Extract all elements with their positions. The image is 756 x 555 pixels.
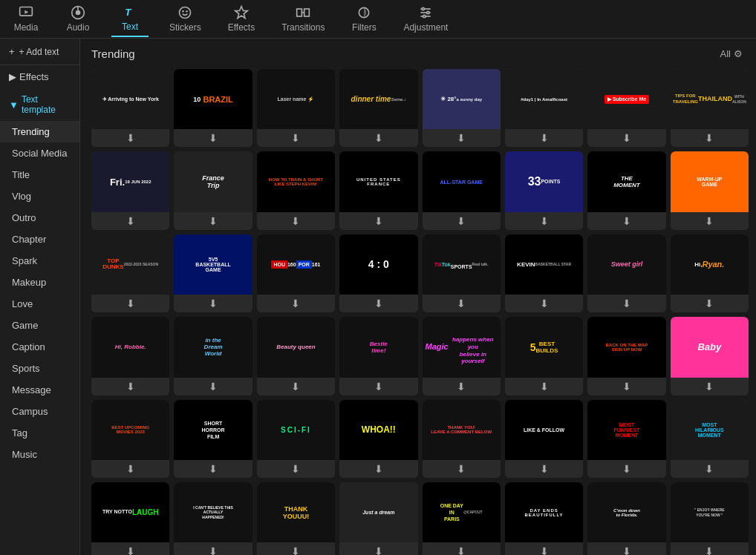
download-icon: ⬇ <box>374 381 383 393</box>
chevron-down-icon: ▼ <box>9 99 19 111</box>
sidebar-makeup-label: Makeup <box>12 277 46 288</box>
nav-transitions[interactable]: Transitions <box>276 1 330 36</box>
nav-filters[interactable]: Filters <box>345 1 382 36</box>
template-hou[interactable]: HOU 160POR 161 ⬇ <box>257 234 335 312</box>
template-day1[interactable]: #day1 | In Amalficoast ⬇ <box>505 69 583 147</box>
template-thankyou[interactable]: THANK YOU!LEAVE A COMMENT BELOW ⬇ <box>423 400 501 478</box>
download-icon: ⬇ <box>457 215 466 227</box>
template-enjoywhere[interactable]: " ENJOY WHEREYOU'RE NOW " ⬇ <box>671 482 749 555</box>
template-dinner[interactable]: dinner timeSeine.♪ ⬇ <box>339 69 417 147</box>
template-likefollow[interactable]: LIKE & FOLLOW ⬇ <box>505 400 583 478</box>
nav-text[interactable]: T Text <box>111 1 149 37</box>
template-tiktok[interactable]: TikTokSPORTSReal talk. ⬇ <box>423 234 501 312</box>
template-dreamworld[interactable]: in theDreamWorld ⬇ <box>174 317 252 395</box>
download-icon: ⬇ <box>705 132 714 144</box>
nav-stickers[interactable]: Stickers <box>163 1 207 36</box>
section-header: Trending All ⚙ <box>91 46 749 62</box>
sidebar-spark[interactable]: Spark <box>0 250 79 272</box>
template-hirobbie[interactable]: Hi, Robbie. ⬇ <box>91 317 169 395</box>
add-text-button[interactable]: + + Add text <box>0 39 79 65</box>
download-icon: ⬇ <box>457 463 466 475</box>
svg-point-6 <box>180 7 191 19</box>
template-brazil[interactable]: 10 BRAZIL ⬇ <box>174 69 252 147</box>
sidebar-vlog-label: Vlog <box>12 191 31 202</box>
nav-media[interactable]: Media <box>7 1 45 36</box>
sidebar-game-label: Game <box>12 320 38 331</box>
template-score[interactable]: 4 : 0 ⬇ <box>339 234 417 312</box>
sidebar-message-label: Message <box>12 384 51 395</box>
template-33[interactable]: 33POINTS ⬇ <box>505 151 583 229</box>
download-icon: ⬇ <box>705 215 714 227</box>
template-5v5[interactable]: 5V5BASKETBALLGAME ⬇ <box>174 234 252 312</box>
template-howto[interactable]: HOW TO TRAIN & SHORTLIKE STEPH KEVIN! ⬇ <box>257 151 335 229</box>
sidebar-vlog[interactable]: Vlog <box>0 185 79 207</box>
download-icon: ⬇ <box>622 463 631 475</box>
template-justadream[interactable]: Just a dream ⬇ <box>339 482 417 555</box>
nav-effects[interactable]: Effects <box>222 1 261 36</box>
sidebar-outro[interactable]: Outro <box>0 207 79 229</box>
template-beautyqueen[interactable]: Beauty queen ⬇ <box>257 317 335 395</box>
sidebar-love[interactable]: Love <box>0 293 79 315</box>
template-fri[interactable]: Fri.19 JUN 2022 ⬇ <box>91 151 169 229</box>
template-shorthorror[interactable]: SHORTHORRORFILM ⬇ <box>174 400 252 478</box>
template-arriving[interactable]: ✈ Arriving to New York ⬇ <box>91 69 169 147</box>
template-topdunks[interactable]: TOPDUNKS2022-2023 SEASON ⬇ <box>91 234 169 312</box>
template-thankyouuu[interactable]: THANKYOUUU! ⬇ <box>257 482 335 555</box>
sidebar-sports[interactable]: Sports <box>0 358 79 379</box>
template-oneday[interactable]: ONE DAYINPARIS@CAPCUT ⬇ <box>423 482 501 555</box>
template-mosthilarious[interactable]: MOSTHILARIOUSMOMENT ⬇ <box>671 400 749 478</box>
template-scifi[interactable]: SCI-FI ⬇ <box>257 400 335 478</box>
template-icantbelieve[interactable]: I CAN'T BELIEVE THISACTUALLYHAPPENED! ⬇ <box>174 482 252 555</box>
download-icon: ⬇ <box>622 381 631 393</box>
filter-label: All <box>720 48 731 59</box>
sidebar-caption[interactable]: Caption <box>0 336 79 358</box>
template-laser[interactable]: Laser name ⚡ ⬇ <box>257 69 335 147</box>
template-mostfunny[interactable]: MOSTFUNNIESTMOMENT ⬇ <box>587 400 665 478</box>
template-28deg[interactable]: ☀ 28°a sunny day ⬇ <box>423 69 501 147</box>
template-united[interactable]: UNITED STATESFRANCE ⬇ <box>339 151 417 229</box>
template-signup[interactable]: BACK ON THE MAPSIGN UP NOW ⬇ <box>587 317 665 395</box>
sidebar-title[interactable]: Title <box>0 164 79 185</box>
nav-effects-label: Effects <box>228 22 255 33</box>
template-moment[interactable]: THEMOMENT ⬇ <box>587 151 665 229</box>
sidebar-makeup[interactable]: Makeup <box>0 272 79 293</box>
sidebar-social-media[interactable]: Social Media <box>0 142 79 164</box>
sidebar-chapter[interactable]: Chapter <box>0 229 79 250</box>
sidebar-caption-label: Caption <box>12 341 45 352</box>
template-cmon[interactable]: C'mon downto Florida. ⬇ <box>587 482 665 555</box>
template-allstar[interactable]: ALL-STAR GAME ⬇ <box>423 151 501 229</box>
chevron-right-icon: ▶ <box>9 71 16 82</box>
template-baby[interactable]: Baby ⬇ <box>671 317 749 395</box>
sidebar-spark-label: Spark <box>12 255 37 266</box>
template-thailand[interactable]: TIPS FORTRAVELINGTHAILANDwith Alison ⬇ <box>671 69 749 147</box>
template-warmup[interactable]: WARM-UPGAME ⬇ <box>671 151 749 229</box>
filter-button[interactable]: All ⚙ <box>714 46 749 62</box>
template-hiryan[interactable]: Hi, Ryan. ⬇ <box>671 234 749 312</box>
sidebar-tag[interactable]: Tag <box>0 422 79 444</box>
sidebar-trending[interactable]: Trending <box>0 121 79 142</box>
template-whoa[interactable]: WHOA!! ⬇ <box>339 400 417 478</box>
sidebar-effects[interactable]: ▶ Effects <box>0 65 79 88</box>
template-bestmovies[interactable]: BEST UPCOMINGMOVIES 2023 ⬇ <box>91 400 169 478</box>
svg-point-7 <box>183 10 185 12</box>
download-icon: ⬇ <box>622 215 631 227</box>
template-france[interactable]: FranceTrip ⬇ <box>174 151 252 229</box>
nav-adjustment[interactable]: Adjustment <box>397 1 454 36</box>
template-bestie[interactable]: Bestietime! ⬇ <box>339 317 417 395</box>
template-magic[interactable]: Magichappens when youbelieve in yourself… <box>423 317 501 395</box>
main-layout: + + Add text ▶ Effects ▼ Text template T… <box>0 39 756 555</box>
template-kevin[interactable]: KEVINBASKETBALL STAR ⬇ <box>505 234 583 312</box>
template-sweetgirl[interactable]: Sweet girl ⬇ <box>587 234 665 312</box>
sidebar-text-template[interactable]: ▼ Text template <box>0 88 79 121</box>
template-subscribe[interactable]: ▶ Subscribe Me ⬇ <box>587 69 665 147</box>
sidebar-campus[interactable]: Campus <box>0 401 79 422</box>
template-5best[interactable]: 5 BESTBUILDS ⬇ <box>505 317 583 395</box>
sidebar-message[interactable]: Message <box>0 379 79 401</box>
template-dayends[interactable]: DAY ENDSBEAUTIFULLY ⬇ <box>505 482 583 555</box>
template-trynotlaugh[interactable]: TRY NOTTOLAUGH ⬇ <box>91 482 169 555</box>
sidebar-sports-label: Sports <box>12 363 40 374</box>
nav-audio[interactable]: Audio <box>59 1 97 36</box>
svg-point-18 <box>427 11 429 13</box>
sidebar-music[interactable]: Music <box>0 444 79 465</box>
sidebar-game[interactable]: Game <box>0 315 79 336</box>
